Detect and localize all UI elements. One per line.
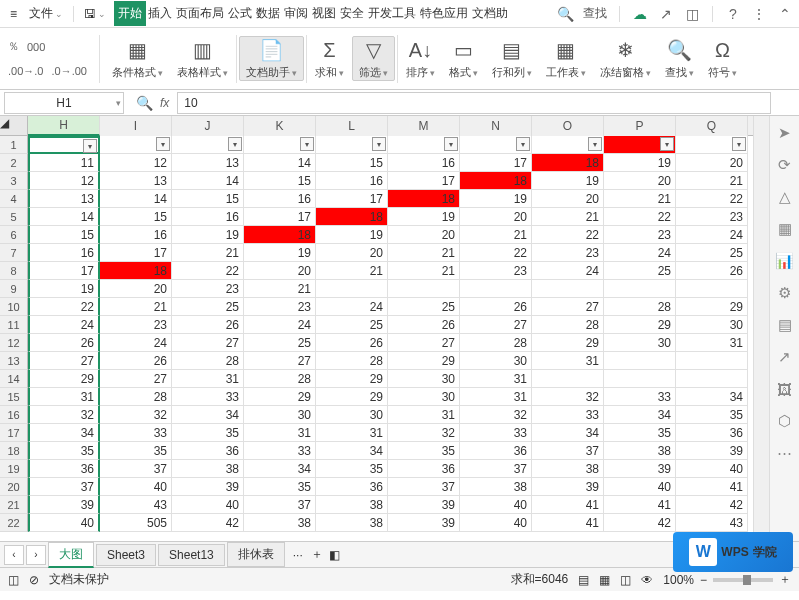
fx-icon[interactable]: fx xyxy=(160,96,169,110)
cell-16-L[interactable]: 30 xyxy=(316,406,388,424)
cell-6-I[interactable]: 16 xyxy=(100,226,172,244)
cell-3-I[interactable]: 13 xyxy=(100,172,172,190)
cell-8-K[interactable]: 20 xyxy=(244,262,316,280)
cell-3-J[interactable]: 14 xyxy=(172,172,244,190)
row-header-1[interactable]: 1 xyxy=(0,136,28,154)
zoom-lens-icon[interactable]: 🔍 xyxy=(136,95,152,111)
cell-9-O[interactable] xyxy=(532,280,604,298)
cell-5-P[interactable]: 22 xyxy=(604,208,676,226)
row-header-17[interactable]: 17 xyxy=(0,424,28,442)
cell-10-K[interactable]: 23 xyxy=(244,298,316,316)
ribbon-冻结窗格[interactable]: ❄冻结窗格 ▾ xyxy=(594,37,657,80)
cell-12-K[interactable]: 25 xyxy=(244,334,316,352)
cell-4-H[interactable]: 13 xyxy=(28,190,100,208)
cell-15-L[interactable]: 29 xyxy=(316,388,388,406)
cell-2-J[interactable]: 13 xyxy=(172,154,244,172)
cell-21-P[interactable]: 41 xyxy=(604,496,676,514)
cell-11-M[interactable]: 26 xyxy=(388,316,460,334)
cell-1-L[interactable]: ▾ xyxy=(316,136,388,154)
cursor-icon[interactable]: ➤ xyxy=(776,124,794,142)
tab-nav-prev[interactable]: ‹ xyxy=(4,545,24,565)
cell-10-P[interactable]: 28 xyxy=(604,298,676,316)
cell-1-K[interactable]: ▾ xyxy=(244,136,316,154)
cell-16-O[interactable]: 33 xyxy=(532,406,604,424)
cell-5-N[interactable]: 20 xyxy=(460,208,532,226)
cell-1-Q[interactable]: ▾ xyxy=(676,136,748,154)
cell-3-K[interactable]: 15 xyxy=(244,172,316,190)
cell-22-H[interactable]: 40 xyxy=(28,514,100,532)
row-header-15[interactable]: 15 xyxy=(0,388,28,406)
file-menu[interactable]: 文件⌄ xyxy=(25,3,67,24)
tab-layout[interactable]: 页面布局 xyxy=(174,1,226,26)
cell-13-N[interactable]: 30 xyxy=(460,352,532,370)
app-menu-icon[interactable]: ≡ xyxy=(6,5,21,23)
row-header-10[interactable]: 10 xyxy=(0,298,28,316)
cell-20-I[interactable]: 40 xyxy=(100,478,172,496)
cell-5-I[interactable]: 15 xyxy=(100,208,172,226)
col-header-I[interactable]: I xyxy=(100,116,172,136)
refresh-icon[interactable]: ⟳ xyxy=(776,156,794,174)
cell-12-N[interactable]: 28 xyxy=(460,334,532,352)
more-icon[interactable]: ⋮ xyxy=(751,6,767,22)
cell-10-Q[interactable]: 29 xyxy=(676,298,748,316)
cell-19-O[interactable]: 38 xyxy=(532,460,604,478)
ribbon-工作表[interactable]: ▦工作表 ▾ xyxy=(540,37,592,80)
cell-10-N[interactable]: 26 xyxy=(460,298,532,316)
cell-6-P[interactable]: 23 xyxy=(604,226,676,244)
cell-14-I[interactable]: 27 xyxy=(100,370,172,388)
zoom-slider[interactable] xyxy=(713,578,773,582)
cell-6-H[interactable]: 15 xyxy=(28,226,100,244)
cell-13-J[interactable]: 28 xyxy=(172,352,244,370)
cell-17-K[interactable]: 31 xyxy=(244,424,316,442)
cell-4-M[interactable]: 18 xyxy=(388,190,460,208)
cell-6-K[interactable]: 18 xyxy=(244,226,316,244)
cell-11-P[interactable]: 29 xyxy=(604,316,676,334)
cell-19-P[interactable]: 39 xyxy=(604,460,676,478)
ribbon-格式[interactable]: ▭格式 ▾ xyxy=(443,37,484,80)
cell-15-P[interactable]: 33 xyxy=(604,388,676,406)
cell-15-O[interactable]: 32 xyxy=(532,388,604,406)
cell-15-J[interactable]: 33 xyxy=(172,388,244,406)
cell-6-M[interactable]: 20 xyxy=(388,226,460,244)
cube-icon[interactable]: ⬡ xyxy=(776,412,794,430)
tab-start[interactable]: 开始 xyxy=(114,1,146,26)
cell-20-K[interactable]: 35 xyxy=(244,478,316,496)
cell-2-N[interactable]: 17 xyxy=(460,154,532,172)
ribbon-表格样式[interactable]: ▥表格样式 ▾ xyxy=(171,37,234,80)
col-header-K[interactable]: K xyxy=(244,116,316,136)
filter-btn-P[interactable]: ▾ xyxy=(660,137,674,151)
filter-btn-Q[interactable]: ▾ xyxy=(732,137,746,151)
cell-1-P[interactable]: ▾ xyxy=(604,136,676,154)
cell-11-O[interactable]: 28 xyxy=(532,316,604,334)
cell-2-I[interactable]: 12 xyxy=(100,154,172,172)
sheet-tab-0[interactable]: 大图 xyxy=(48,542,94,568)
cell-6-L[interactable]: 19 xyxy=(316,226,388,244)
cell-16-I[interactable]: 32 xyxy=(100,406,172,424)
cell-13-K[interactable]: 27 xyxy=(244,352,316,370)
cell-14-L[interactable]: 29 xyxy=(316,370,388,388)
cell-7-Q[interactable]: 25 xyxy=(676,244,748,262)
cell-14-P[interactable] xyxy=(604,370,676,388)
image-icon[interactable]: 🖼 xyxy=(776,380,794,398)
formula-input[interactable]: 10 xyxy=(177,92,771,114)
cell-16-H[interactable]: 32 xyxy=(28,406,100,424)
cell-22-Q[interactable]: 43 xyxy=(676,514,748,532)
cell-18-J[interactable]: 36 xyxy=(172,442,244,460)
cell-14-O[interactable] xyxy=(532,370,604,388)
dec-inc-icon[interactable]: .00→.0 xyxy=(8,65,43,77)
cell-11-L[interactable]: 25 xyxy=(316,316,388,334)
cell-17-N[interactable]: 33 xyxy=(460,424,532,442)
cell-2-L[interactable]: 15 xyxy=(316,154,388,172)
cell-12-L[interactable]: 26 xyxy=(316,334,388,352)
cell-8-I[interactable]: 18 xyxy=(100,262,172,280)
cell-5-L[interactable]: 18 xyxy=(316,208,388,226)
filter-btn-N[interactable]: ▾ xyxy=(516,137,530,151)
row-header-4[interactable]: 4 xyxy=(0,190,28,208)
ribbon-求和[interactable]: Σ求和 ▾ xyxy=(309,37,350,80)
view-icon-1[interactable]: ▤ xyxy=(578,573,589,587)
cell-4-N[interactable]: 19 xyxy=(460,190,532,208)
dots-icon[interactable]: ⋯ xyxy=(776,444,794,462)
cell-17-L[interactable]: 31 xyxy=(316,424,388,442)
cell-12-Q[interactable]: 31 xyxy=(676,334,748,352)
cell-3-Q[interactable]: 21 xyxy=(676,172,748,190)
